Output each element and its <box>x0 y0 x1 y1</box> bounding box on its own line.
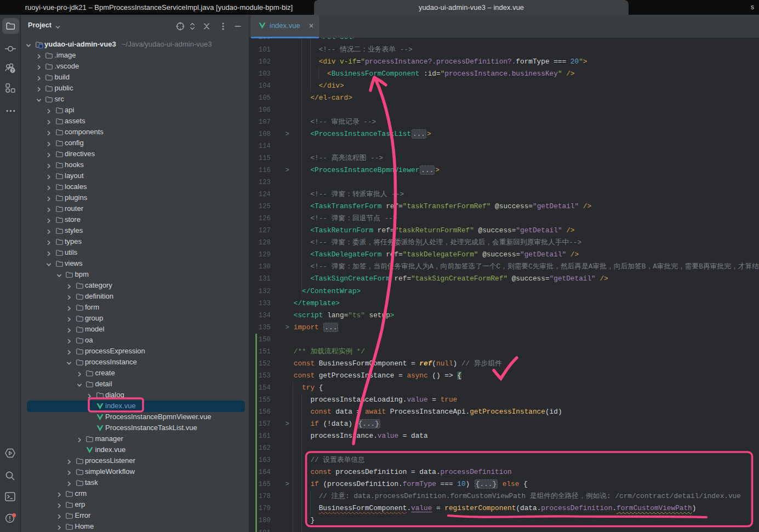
svg-text:?: ? <box>12 68 14 73</box>
